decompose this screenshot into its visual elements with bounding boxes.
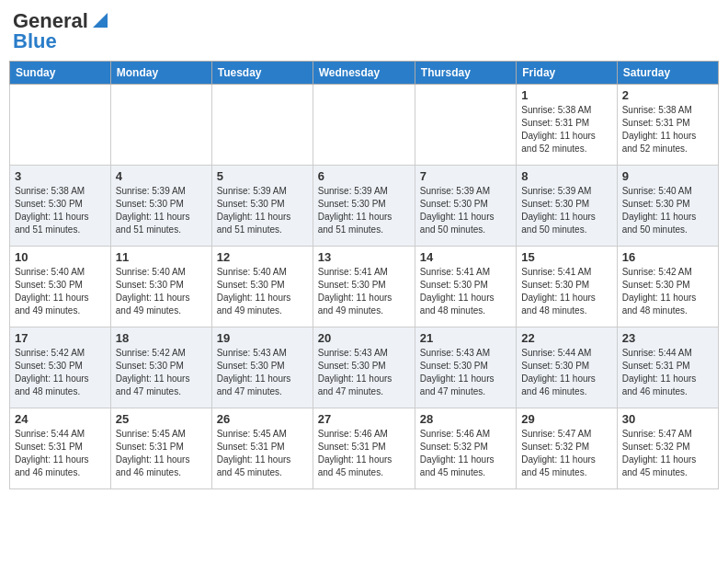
day-number: 28 — [420, 412, 511, 426]
day-number: 6 — [318, 169, 410, 183]
calendar-cell: 19Sunrise: 5:43 AM Sunset: 5:30 PM Dayli… — [211, 327, 313, 408]
calendar-cell — [10, 85, 111, 166]
day-info: Sunrise: 5:44 AM Sunset: 5:30 PM Dayligh… — [521, 347, 611, 398]
calendar-cell: 26Sunrise: 5:45 AM Sunset: 5:31 PM Dayli… — [211, 408, 313, 489]
day-info: Sunrise: 5:40 AM Sunset: 5:30 PM Dayligh… — [622, 185, 713, 236]
calendar-cell: 4Sunrise: 5:39 AM Sunset: 5:30 PM Daylig… — [110, 166, 211, 247]
day-info: Sunrise: 5:41 AM Sunset: 5:30 PM Dayligh… — [521, 266, 611, 317]
day-number: 5 — [217, 169, 308, 183]
day-info: Sunrise: 5:47 AM Sunset: 5:32 PM Dayligh… — [622, 428, 713, 479]
column-header-tuesday: Tuesday — [211, 62, 313, 85]
calendar-cell: 5Sunrise: 5:39 AM Sunset: 5:30 PM Daylig… — [211, 166, 313, 247]
day-info: Sunrise: 5:42 AM Sunset: 5:30 PM Dayligh… — [622, 266, 713, 317]
day-number: 13 — [318, 250, 410, 264]
day-info: Sunrise: 5:39 AM Sunset: 5:30 PM Dayligh… — [420, 185, 511, 236]
day-info: Sunrise: 5:43 AM Sunset: 5:30 PM Dayligh… — [420, 347, 511, 398]
day-info: Sunrise: 5:42 AM Sunset: 5:30 PM Dayligh… — [116, 347, 207, 398]
day-info: Sunrise: 5:41 AM Sunset: 5:30 PM Dayligh… — [420, 266, 511, 317]
calendar-cell — [313, 85, 415, 166]
day-info: Sunrise: 5:45 AM Sunset: 5:31 PM Dayligh… — [116, 428, 207, 479]
calendar-week-row: 1Sunrise: 5:38 AM Sunset: 5:31 PM Daylig… — [10, 85, 719, 166]
day-info: Sunrise: 5:40 AM Sunset: 5:30 PM Dayligh… — [116, 266, 207, 317]
calendar-cell: 25Sunrise: 5:45 AM Sunset: 5:31 PM Dayli… — [110, 408, 211, 489]
calendar-cell: 11Sunrise: 5:40 AM Sunset: 5:30 PM Dayli… — [110, 247, 211, 327]
day-info: Sunrise: 5:46 AM Sunset: 5:32 PM Dayligh… — [420, 428, 511, 479]
calendar-cell: 22Sunrise: 5:44 AM Sunset: 5:30 PM Dayli… — [517, 327, 617, 408]
calendar-cell: 23Sunrise: 5:44 AM Sunset: 5:31 PM Dayli… — [617, 327, 718, 408]
day-info: Sunrise: 5:44 AM Sunset: 5:31 PM Dayligh… — [15, 428, 106, 479]
calendar-week-row: 24Sunrise: 5:44 AM Sunset: 5:31 PM Dayli… — [10, 408, 719, 489]
calendar-week-row: 3Sunrise: 5:38 AM Sunset: 5:30 PM Daylig… — [10, 166, 719, 247]
day-number: 2 — [622, 88, 713, 102]
calendar-week-row: 10Sunrise: 5:40 AM Sunset: 5:30 PM Dayli… — [10, 247, 719, 327]
calendar-cell: 8Sunrise: 5:39 AM Sunset: 5:30 PM Daylig… — [517, 166, 617, 247]
calendar-cell: 14Sunrise: 5:41 AM Sunset: 5:30 PM Dayli… — [415, 247, 516, 327]
column-header-friday: Friday — [517, 62, 617, 85]
calendar-cell: 28Sunrise: 5:46 AM Sunset: 5:32 PM Dayli… — [415, 408, 516, 489]
day-number: 27 — [318, 412, 410, 426]
day-number: 7 — [420, 169, 511, 183]
day-number: 22 — [521, 331, 611, 345]
calendar-cell — [211, 85, 313, 166]
column-header-wednesday: Wednesday — [313, 62, 415, 85]
day-number: 11 — [116, 250, 207, 264]
day-info: Sunrise: 5:45 AM Sunset: 5:31 PM Dayligh… — [217, 428, 308, 479]
calendar-cell: 16Sunrise: 5:42 AM Sunset: 5:30 PM Dayli… — [617, 247, 718, 327]
calendar-cell: 21Sunrise: 5:43 AM Sunset: 5:30 PM Dayli… — [415, 327, 516, 408]
day-number: 23 — [622, 331, 713, 345]
day-number: 14 — [420, 250, 511, 264]
logo-triangle-icon — [89, 11, 108, 29]
column-header-saturday: Saturday — [617, 62, 718, 85]
calendar-cell — [110, 85, 211, 166]
day-info: Sunrise: 5:39 AM Sunset: 5:30 PM Dayligh… — [521, 185, 611, 236]
day-number: 18 — [116, 331, 207, 345]
logo-blue-text: Blue — [13, 29, 57, 53]
day-number: 10 — [15, 250, 106, 264]
calendar-cell: 6Sunrise: 5:39 AM Sunset: 5:30 PM Daylig… — [313, 166, 415, 247]
day-number: 3 — [15, 169, 106, 183]
calendar-cell: 7Sunrise: 5:39 AM Sunset: 5:30 PM Daylig… — [415, 166, 516, 247]
calendar-header-row: SundayMondayTuesdayWednesdayThursdayFrid… — [10, 62, 719, 85]
day-number: 26 — [217, 412, 308, 426]
logo: General Blue — [13, 9, 108, 53]
day-info: Sunrise: 5:40 AM Sunset: 5:30 PM Dayligh… — [217, 266, 308, 317]
calendar-week-row: 17Sunrise: 5:42 AM Sunset: 5:30 PM Dayli… — [10, 327, 719, 408]
svg-marker-0 — [93, 13, 108, 28]
day-number: 25 — [116, 412, 207, 426]
day-number: 17 — [15, 331, 106, 345]
day-number: 29 — [521, 412, 611, 426]
day-info: Sunrise: 5:44 AM Sunset: 5:31 PM Dayligh… — [622, 347, 713, 398]
calendar-cell: 17Sunrise: 5:42 AM Sunset: 5:30 PM Dayli… — [10, 327, 111, 408]
day-number: 24 — [15, 412, 106, 426]
calendar-cell: 15Sunrise: 5:41 AM Sunset: 5:30 PM Dayli… — [517, 247, 617, 327]
calendar-cell: 18Sunrise: 5:42 AM Sunset: 5:30 PM Dayli… — [110, 327, 211, 408]
day-info: Sunrise: 5:39 AM Sunset: 5:30 PM Dayligh… — [318, 185, 410, 236]
column-header-sunday: Sunday — [10, 62, 111, 85]
day-info: Sunrise: 5:43 AM Sunset: 5:30 PM Dayligh… — [217, 347, 308, 398]
day-info: Sunrise: 5:43 AM Sunset: 5:30 PM Dayligh… — [318, 347, 410, 398]
calendar-cell: 20Sunrise: 5:43 AM Sunset: 5:30 PM Dayli… — [313, 327, 415, 408]
day-info: Sunrise: 5:40 AM Sunset: 5:30 PM Dayligh… — [15, 266, 106, 317]
day-number: 9 — [622, 169, 713, 183]
day-info: Sunrise: 5:38 AM Sunset: 5:30 PM Dayligh… — [15, 185, 106, 236]
day-info: Sunrise: 5:39 AM Sunset: 5:30 PM Dayligh… — [217, 185, 308, 236]
calendar-cell: 24Sunrise: 5:44 AM Sunset: 5:31 PM Dayli… — [10, 408, 111, 489]
day-number: 15 — [521, 250, 611, 264]
day-info: Sunrise: 5:41 AM Sunset: 5:30 PM Dayligh… — [318, 266, 410, 317]
calendar-cell: 30Sunrise: 5:47 AM Sunset: 5:32 PM Dayli… — [617, 408, 718, 489]
day-info: Sunrise: 5:46 AM Sunset: 5:31 PM Dayligh… — [318, 428, 410, 479]
calendar-cell: 12Sunrise: 5:40 AM Sunset: 5:30 PM Dayli… — [211, 247, 313, 327]
calendar-cell: 2Sunrise: 5:38 AM Sunset: 5:31 PM Daylig… — [617, 85, 718, 166]
calendar-cell: 29Sunrise: 5:47 AM Sunset: 5:32 PM Dayli… — [517, 408, 617, 489]
day-info: Sunrise: 5:38 AM Sunset: 5:31 PM Dayligh… — [622, 104, 713, 155]
calendar-table: SundayMondayTuesdayWednesdayThursdayFrid… — [9, 61, 719, 489]
day-number: 19 — [217, 331, 308, 345]
day-info: Sunrise: 5:42 AM Sunset: 5:30 PM Dayligh… — [15, 347, 106, 398]
day-number: 16 — [622, 250, 713, 264]
calendar-cell — [415, 85, 516, 166]
day-number: 21 — [420, 331, 511, 345]
calendar-cell: 3Sunrise: 5:38 AM Sunset: 5:30 PM Daylig… — [10, 166, 111, 247]
column-header-thursday: Thursday — [415, 62, 516, 85]
day-number: 8 — [521, 169, 611, 183]
day-number: 12 — [217, 250, 308, 264]
